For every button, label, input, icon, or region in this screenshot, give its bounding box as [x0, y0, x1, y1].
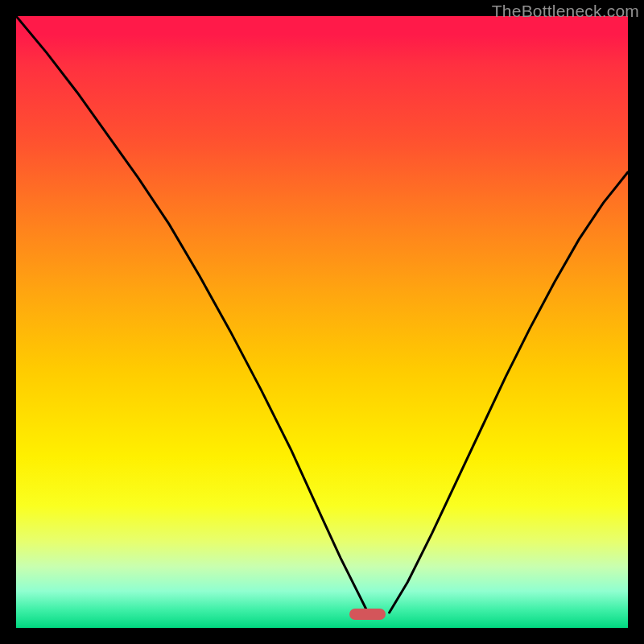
watermark-text: TheBottleneck.com: [492, 2, 639, 21]
plot-area: [16, 16, 628, 628]
minimum-marker: [349, 609, 386, 620]
chart-frame: [16, 16, 628, 628]
curve-left-branch: [16, 16, 368, 613]
curve-svg: [16, 16, 628, 628]
curve-right-branch: [390, 172, 628, 613]
